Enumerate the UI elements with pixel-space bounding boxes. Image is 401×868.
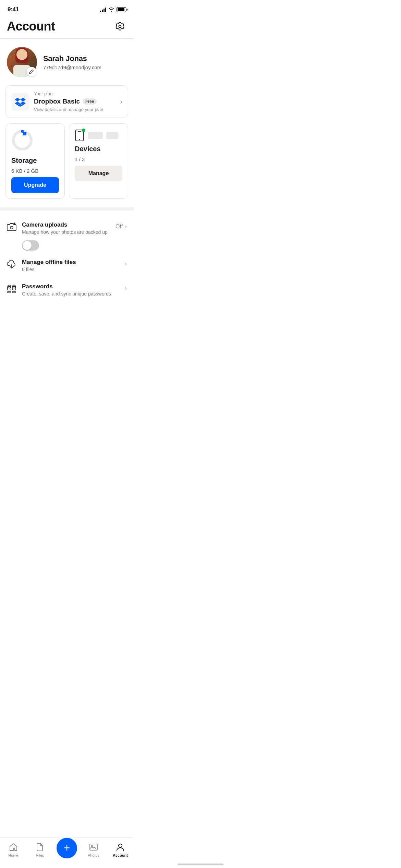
- camera-uploads-desc: Manage how your photos are backed up: [22, 229, 110, 235]
- storage-donut: [11, 129, 33, 151]
- cards-row: Storage 6 KB / 2 GB Upgrade: [0, 123, 134, 204]
- devices-card: Devices 1 / 3 Manage: [69, 123, 128, 199]
- passwords-right: ›: [125, 283, 127, 292]
- storage-title: Storage: [11, 157, 59, 165]
- storage-total: 2 GB: [27, 168, 38, 174]
- plan-label: Your plan: [34, 91, 115, 96]
- status-icons: [100, 7, 126, 12]
- storage-separator: /: [23, 168, 27, 174]
- passwords-arrow-icon: ›: [125, 285, 127, 292]
- menu-item-offline-files[interactable]: Manage offline files 0 files ›: [0, 253, 134, 278]
- svg-rect-12: [12, 291, 16, 293]
- camera-uploads-toggle[interactable]: [22, 240, 39, 251]
- status-time: 9:41: [8, 6, 19, 13]
- offline-files-title: Manage offline files: [22, 259, 119, 266]
- devices-title: Devices: [75, 145, 122, 153]
- devices-icon-row: [75, 129, 122, 142]
- svg-point-5: [79, 139, 80, 140]
- offline-files-icon: [7, 260, 16, 269]
- offline-files-arrow-icon: ›: [125, 260, 127, 267]
- section-separator: [0, 207, 134, 210]
- battery-icon: [117, 7, 126, 12]
- plan-description: View details and manage your plan: [34, 107, 115, 112]
- camera-uploads-status: Off: [116, 224, 123, 230]
- device-active-dot: [82, 129, 85, 132]
- camera-uploads-icon: [7, 222, 16, 232]
- camera-uploads-arrow-icon: ›: [125, 223, 127, 230]
- profile-section: Sarah Jonas 779d17d9@moodjoy.com: [0, 39, 134, 84]
- camera-uploads-toggle-wrap: [0, 240, 134, 253]
- device-phone-icon: [75, 129, 84, 142]
- passwords-title: Passwords: [22, 283, 119, 290]
- storage-dot: [23, 132, 26, 135]
- download-cloud-icon: [7, 260, 16, 269]
- svg-rect-11: [8, 291, 11, 293]
- plan-info: Your plan Dropbox Basic Free View detail…: [34, 91, 115, 112]
- settings-button[interactable]: [113, 20, 127, 33]
- avatar-face: [16, 49, 27, 60]
- profile-name: Sarah Jonas: [43, 54, 127, 63]
- svg-point-1: [13, 131, 31, 149]
- plan-arrow-icon: ›: [120, 98, 122, 106]
- password-icon: [7, 284, 16, 293]
- menu-item-camera-uploads[interactable]: Camera uploads Manage how your photos ar…: [0, 216, 134, 240]
- storage-donut-chart: [11, 129, 33, 151]
- pencil-icon: [29, 69, 34, 74]
- menu-item-passwords[interactable]: Passwords Create, save, and sync unique …: [0, 278, 134, 302]
- dropbox-logo: [11, 93, 29, 111]
- dropbox-icon: [15, 97, 26, 107]
- passwords-content: Passwords Create, save, and sync unique …: [22, 283, 119, 297]
- svg-point-6: [10, 226, 13, 229]
- menu-section: Camera uploads Manage how your photos ar…: [0, 213, 134, 305]
- plan-name-row: Dropbox Basic Free: [34, 98, 115, 105]
- profile-email: 779d17d9@moodjoy.com: [43, 64, 127, 70]
- svg-point-0: [119, 25, 121, 28]
- gear-icon: [115, 22, 125, 31]
- wifi-icon: [108, 7, 114, 12]
- camera-uploads-title: Camera uploads: [22, 221, 110, 228]
- offline-files-content: Manage offline files 0 files: [22, 259, 119, 272]
- plan-name: Dropbox Basic: [34, 98, 80, 105]
- signal-icon: [100, 7, 106, 12]
- passwords-icon: [7, 284, 16, 293]
- offline-files-desc: 0 files: [22, 267, 119, 272]
- page-title: Account: [7, 19, 55, 34]
- manage-button[interactable]: Manage: [75, 166, 122, 181]
- offline-files-right: ›: [125, 259, 127, 267]
- devices-count: 1 / 3: [75, 156, 122, 162]
- profile-info: Sarah Jonas 779d17d9@moodjoy.com: [43, 54, 127, 70]
- plan-badge: Free: [83, 98, 97, 105]
- toggle-knob: [23, 241, 32, 250]
- edit-avatar-button[interactable]: [27, 67, 36, 76]
- svg-rect-4: [78, 131, 81, 132]
- camera-uploads-right: Off ›: [116, 221, 127, 230]
- camera-icon: [7, 222, 16, 231]
- page-header: Account: [0, 16, 134, 38]
- device-placeholder-1: [88, 132, 103, 139]
- device-placeholder-2: [106, 132, 118, 139]
- plan-card[interactable]: Your plan Dropbox Basic Free View detail…: [5, 85, 128, 118]
- passwords-desc: Create, save, and sync unique passwords: [22, 291, 119, 297]
- storage-card: Storage 6 KB / 2 GB Upgrade: [5, 123, 65, 199]
- camera-uploads-content: Camera uploads Manage how your photos ar…: [22, 221, 110, 235]
- upgrade-button[interactable]: Upgrade: [11, 177, 59, 193]
- storage-used: 6 KB: [11, 168, 23, 174]
- storage-usage: 6 KB / 2 GB: [11, 168, 59, 174]
- avatar-wrap: [7, 47, 37, 77]
- status-bar: 9:41: [0, 0, 134, 16]
